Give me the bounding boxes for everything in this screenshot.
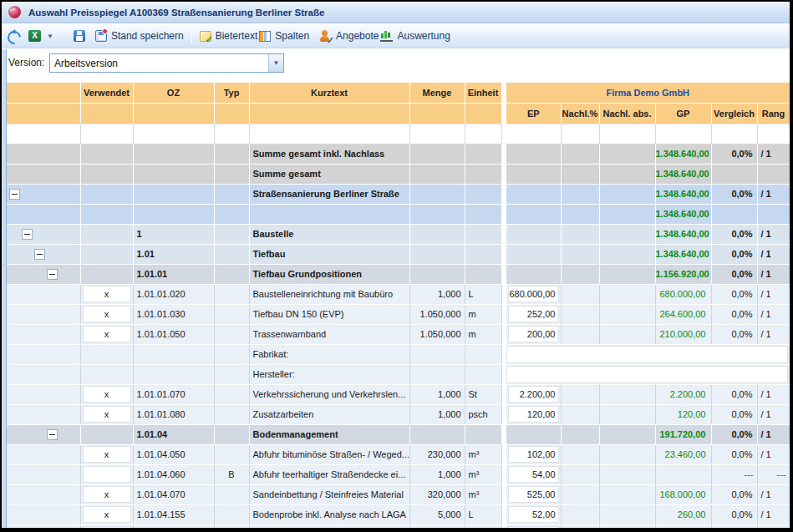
vergleich-cell: 0,0%: [711, 384, 757, 404]
version-dropdown-icon[interactable]: ▼: [268, 54, 283, 72]
toolbar: X ▼ Stand speichern ✓ Bietertext Spalten…: [2, 24, 790, 48]
table-row[interactable]: Fabrikat:: [7, 344, 790, 364]
ep-input[interactable]: 525,00: [508, 486, 559, 503]
angebote-button[interactable]: ✓ Angebote: [314, 26, 384, 46]
verwendet-checkbox[interactable]: x: [83, 306, 131, 322]
nachl-abs-cell: [599, 204, 655, 224]
col-header-verwendet[interactable]: Verwendet: [80, 83, 133, 103]
col-header-nachl-pct[interactable]: Nachl.%: [561, 103, 599, 124]
table-row[interactable]: x1.01.04.070Sandeinbettung / Steinfreies…: [7, 484, 790, 504]
excel-dropdown-arrow-icon[interactable]: ▼: [47, 33, 53, 40]
col-header-kurztext[interactable]: Kurztext: [249, 83, 409, 103]
table-row[interactable]: 1.01Tiefbau1.348.640,000,0%/ 1: [7, 244, 790, 264]
ep-cell: [506, 124, 561, 144]
ep-input[interactable]: 120,00: [508, 406, 559, 423]
bietertext-button[interactable]: ✓ Bietertext: [195, 26, 263, 46]
collapse-icon[interactable]: [9, 189, 20, 200]
excel-export-button[interactable]: X ▼: [23, 26, 58, 46]
table-row[interactable]: 1Baustelle1.348.640,000,0%/ 1: [7, 224, 790, 244]
col-header-tree[interactable]: [7, 83, 80, 103]
verwendet-checkbox[interactable]: x: [83, 506, 131, 523]
menge-cell: 230,000: [409, 444, 465, 464]
vergleich-cell: 0,0%: [711, 284, 757, 304]
stand-speichern-button[interactable]: Stand speichern: [90, 26, 189, 46]
einheit-cell: [465, 204, 501, 224]
table-row[interactable]: 1.01.04Bodenmanagement191.720,000,0%/ 1: [7, 424, 790, 444]
nachl-abs-cell: [599, 404, 655, 424]
oz-cell: [133, 184, 214, 204]
table-row[interactable]: x1.01.01.050Trassenwarnband1.050,000m200…: [7, 324, 790, 344]
menge-cell: [409, 264, 465, 284]
collapse-icon[interactable]: [47, 429, 58, 440]
verwendet-checkbox[interactable]: x: [83, 386, 131, 403]
table-row[interactable]: [7, 124, 790, 144]
ep-input[interactable]: [508, 526, 559, 532]
ep-input[interactable]: 102,00: [508, 446, 559, 463]
col-header-menge[interactable]: Menge: [409, 83, 465, 103]
verwendet-checkbox[interactable]: x: [83, 326, 131, 342]
auswertung-icon: [380, 31, 393, 42]
typ-cell: [214, 304, 249, 324]
ep-input[interactable]: 252,00: [508, 306, 559, 322]
table-row[interactable]: x1.01.01.080Zusatzarbeiten1,000psch120,0…: [7, 404, 790, 424]
ep-input[interactable]: 200,00: [508, 326, 559, 342]
verwendet-cell: [80, 264, 133, 284]
col-header-nachl-abs[interactable]: Nachl. abs.: [599, 103, 655, 124]
oz-cell: 1.01: [133, 244, 214, 264]
kurztext-cell: Verkehrssicherung und Verkehrslen...: [249, 384, 409, 404]
col-header-rang[interactable]: Rang: [757, 103, 790, 124]
table-row[interactable]: x1.01.04.155Bodenprobe inkl. Analyse nac…: [7, 504, 790, 524]
col-header-firma[interactable]: Firma Demo GmbH: [506, 83, 790, 103]
table-row[interactable]: Hersteller:: [7, 364, 790, 384]
verwendet-checkbox[interactable]: x: [83, 406, 131, 423]
ep-input[interactable]: 2.200,00: [508, 386, 559, 403]
version-combobox[interactable]: Arbeitsversion ▼: [49, 53, 284, 73]
table-row[interactable]: [7, 524, 790, 532]
ep-input[interactable]: 52,00: [508, 506, 559, 523]
table-row[interactable]: x1.01.04.050Abfuhr bituminöse Straßen- /…: [7, 444, 790, 464]
rang-cell: / 1: [757, 304, 790, 324]
table-row[interactable]: Summe gesamt1.348.640,00: [7, 164, 790, 184]
menge-cell: 1,000: [409, 384, 465, 404]
table-row[interactable]: Summe gesamt inkl. Nachlass1.348.640,000…: [7, 144, 790, 164]
table-row[interactable]: 1.01.01Tiefbau Grundpositionen1.156.920,…: [7, 264, 790, 284]
ep-cell: [506, 144, 561, 164]
freetext-input[interactable]: [506, 346, 788, 363]
auswertung-button[interactable]: Auswertung: [375, 26, 455, 46]
menge-cell: [409, 524, 465, 532]
verwendet-checkbox[interactable]: [83, 466, 131, 483]
nachl-abs-cell: [599, 264, 655, 284]
table-row[interactable]: x1.01.01.030Tiefbau DN 150 (EVP)1.050,00…: [7, 304, 790, 324]
menge-cell: [409, 164, 465, 184]
table-row[interactable]: 1.01.04.060BAbfuhr teerhaltiger Straßend…: [7, 464, 790, 484]
table-row[interactable]: x1.01.01.020Baustelleneinrichtung mit Ba…: [7, 284, 790, 304]
kurztext-cell: Abfuhr bituminöse Straßen- / Weged...: [249, 444, 409, 464]
ep-input[interactable]: 680.000,00: [508, 286, 559, 302]
col-header-typ[interactable]: Typ: [214, 83, 249, 103]
rang-cell: / 1: [757, 484, 790, 504]
verwendet-checkbox[interactable]: [83, 526, 131, 532]
ep-input[interactable]: 54,00: [508, 466, 559, 483]
col-header-einheit[interactable]: Einheit: [465, 83, 501, 103]
vergleich-cell: 0,0%: [711, 184, 757, 204]
refresh-button[interactable]: [2, 26, 23, 46]
verwendet-checkbox[interactable]: x: [83, 486, 131, 503]
typ-cell: [214, 504, 249, 524]
typ-cell: [214, 484, 249, 504]
collapse-icon[interactable]: [34, 249, 45, 260]
verwendet-checkbox[interactable]: x: [83, 286, 131, 302]
table-row[interactable]: x1.01.01.070Verkehrssicherung und Verkeh…: [7, 384, 790, 404]
vergleich-cell: ---: [711, 464, 757, 484]
col-header-oz[interactable]: OZ: [133, 83, 214, 103]
table-row[interactable]: Straßensanierung Berliner Straße1.348.64…: [7, 184, 790, 204]
collapse-icon[interactable]: [22, 229, 33, 240]
table-row[interactable]: 1.348.640,00: [7, 204, 790, 224]
col-header-gp[interactable]: GP: [655, 103, 711, 124]
verwendet-checkbox[interactable]: x: [83, 446, 131, 463]
save-button[interactable]: [69, 26, 90, 46]
freetext-input[interactable]: [506, 366, 788, 383]
col-header-vergleich[interactable]: Vergleich: [711, 103, 757, 124]
collapse-icon[interactable]: [47, 269, 58, 280]
spalten-button[interactable]: Spalten: [254, 26, 314, 46]
col-header-ep[interactable]: EP: [506, 103, 561, 124]
